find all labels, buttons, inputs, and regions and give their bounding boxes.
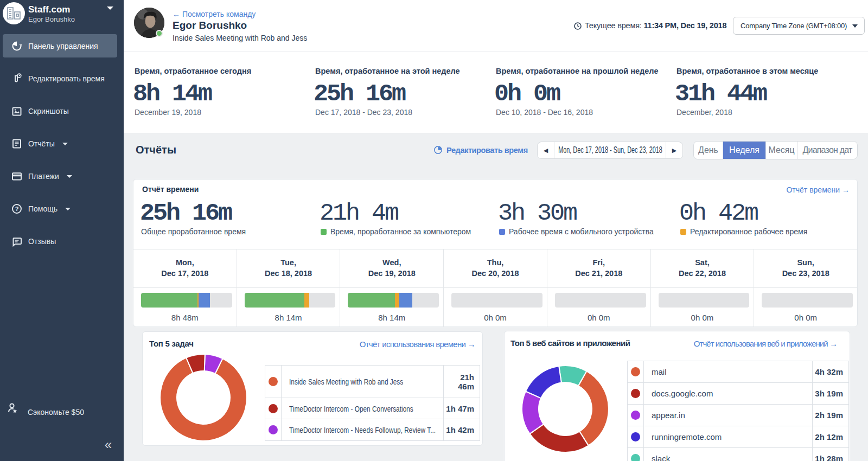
svg-text:?: ? [15, 206, 19, 212]
